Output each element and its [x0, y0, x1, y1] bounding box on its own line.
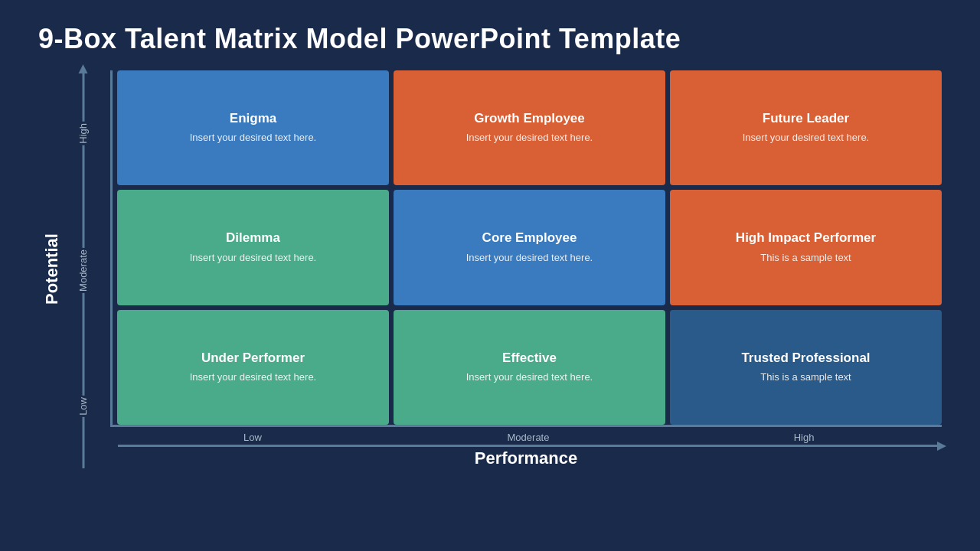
slide: 9-Box Talent Matrix Model PowerPoint Tem…	[0, 0, 980, 551]
cell-dilemma-title: Dilemma	[226, 230, 280, 246]
cell-effective-title: Effective	[502, 350, 557, 366]
cell-core-employee-text: Insert your desired text here.	[466, 251, 593, 265]
y-tick-low: Low	[77, 396, 89, 417]
cell-enigma: Enigma Insert your desired text here.	[117, 70, 389, 185]
cell-effective-text: Insert your desired text here.	[466, 370, 593, 384]
x-axis-arrow-line	[118, 445, 939, 447]
x-axis-label-row: Performance	[110, 447, 942, 468]
cell-growth-employee: Growth Employee Insert your desired text…	[394, 70, 665, 185]
y-axis-label: Potential	[38, 70, 62, 468]
cell-dilemma: Dilemma Insert your desired text here.	[117, 190, 389, 305]
cell-core-employee-title: Core Employee	[482, 230, 577, 246]
x-tick-high: High	[666, 432, 942, 443]
cell-trusted-professional: Trusted Professional This is a sample te…	[670, 310, 942, 425]
cell-growth-employee-text: Insert your desired text here.	[466, 131, 593, 145]
cell-trusted-professional-title: Trusted Professional	[741, 350, 870, 366]
cell-growth-employee-title: Growth Employee	[474, 111, 585, 126]
cell-future-leader-text: Insert your desired text here.	[743, 131, 869, 145]
cell-future-leader: Future Leader Insert your desired text h…	[670, 70, 942, 185]
cell-core-employee: Core Employee Insert your desired text h…	[394, 190, 665, 305]
y-axis-ticks: High Moderate Low	[62, 70, 104, 468]
matrix-grid: Enigma Insert your desired text here. Gr…	[110, 70, 942, 427]
cell-dilemma-text: Insert your desired text here.	[190, 251, 316, 265]
cell-under-performer-title: Under Performer	[201, 350, 305, 366]
cell-future-leader-title: Future Leader	[763, 111, 849, 126]
cell-enigma-text: Insert your desired text here.	[190, 131, 316, 145]
y-tick-high: High	[77, 122, 89, 145]
x-axis-arrow-container	[110, 445, 942, 447]
grid-and-x: Enigma Insert your desired text here. Gr…	[110, 70, 942, 468]
x-axis-label: Performance	[475, 448, 578, 468]
cell-high-impact-performer-text: This is a sample text	[760, 251, 851, 265]
cell-effective: Effective Insert your desired text here.	[394, 310, 665, 425]
cell-enigma-title: Enigma	[230, 111, 276, 126]
chart-area: Potential High Moderate Low Enigma Inser…	[38, 70, 942, 468]
y-axis-container: Potential High Moderate Low	[38, 70, 104, 468]
cell-trusted-professional-text: This is a sample text	[760, 370, 851, 384]
x-axis-ticks: Low Moderate High	[110, 427, 942, 445]
page-title: 9-Box Talent Matrix Model PowerPoint Tem…	[38, 23, 942, 55]
cell-under-performer: Under Performer Insert your desired text…	[117, 310, 389, 425]
x-tick-low: Low	[115, 432, 390, 443]
y-tick-moderate: Moderate	[77, 248, 89, 293]
x-tick-moderate: Moderate	[390, 432, 666, 443]
cell-high-impact-performer-title: High Impact Performer	[736, 230, 876, 246]
cell-high-impact-performer: High Impact Performer This is a sample t…	[670, 190, 942, 305]
cell-under-performer-text: Insert your desired text here.	[190, 370, 316, 384]
